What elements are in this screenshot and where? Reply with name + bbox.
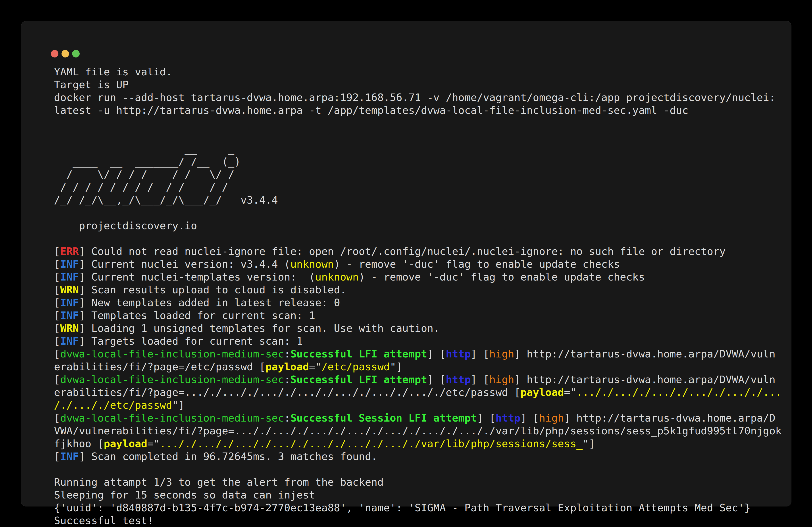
terminal-text-segment: ] Scan results upload to cloud is disabl… xyxy=(79,284,346,296)
terminal-text-segment: INF xyxy=(60,258,79,270)
terminal-text-segment: VWA/vulnerabilities/fi/?page=..././.../.… xyxy=(54,425,782,437)
terminal-text-segment: ] Targets loaded for current scan: 1 xyxy=(79,335,303,347)
terminal-text-segment: [ xyxy=(54,271,60,283)
terminal-text-segment: ] Loading 1 unsigned templates for scan.… xyxy=(79,322,439,334)
terminal-text-segment: dvwa-local-file-inclusion-medium-sec xyxy=(60,412,284,424)
terminal-text-segment: latest -u http://tartarus-dvwa.home.arpa… xyxy=(54,104,688,116)
terminal-line: projectdiscovery.io xyxy=(54,219,784,232)
terminal-text-segment: [ xyxy=(54,322,60,334)
terminal-text-segment: ] Scan completed in 96.72645ms. 3 matche… xyxy=(79,451,377,463)
terminal-text-segment: erabilities/fi/?page=..././..././..././.… xyxy=(54,387,520,398)
terminal-text-segment: "] xyxy=(583,438,595,450)
terminal-line: [dvwa-local-file-inclusion-medium-sec:Su… xyxy=(54,373,784,386)
close-button[interactable] xyxy=(51,50,58,58)
terminal-text-segment: =" xyxy=(309,361,321,373)
terminal-text-segment: ] Current nuclei version: v3.4.4 ( xyxy=(79,258,290,270)
terminal-text-segment: dvwa-local-file-inclusion-medium-sec xyxy=(60,348,284,360)
terminal-text-segment: Target is UP xyxy=(54,79,129,91)
terminal-line: [WRN] Loading 1 unsigned templates for s… xyxy=(54,322,784,335)
terminal-line: [INF] Templates loaded for current scan:… xyxy=(54,309,784,322)
terminal-text-segment: ] [ xyxy=(427,348,446,360)
terminal-text-segment: {'uuid': 'd840887d-b135-4f7c-b974-2770ec… xyxy=(54,502,751,514)
terminal-text-segment: Successful Session LFI attempt xyxy=(290,412,477,424)
terminal-text-segment: ..././..././..././..././..././... xyxy=(576,387,782,398)
terminal-text-segment: ) - remove '-duc' flag to enable update … xyxy=(334,258,620,270)
terminal-text-segment: ] Templates loaded for current scan: 1 xyxy=(79,310,315,321)
minimize-button[interactable] xyxy=(61,50,69,58)
terminal-text-segment: ] [ xyxy=(470,374,489,386)
terminal-output: YAML file is valid.Target is UPdocker ru… xyxy=(54,65,784,527)
terminal-line: YAML file is valid. xyxy=(54,65,784,78)
terminal-line: [WRN] Scan results upload to cloud is di… xyxy=(54,283,784,296)
terminal-line: VWA/vulnerabilities/fi/?page=..././.../.… xyxy=(54,424,784,437)
terminal-text-segment: Running attampt 1/3 to get the alert fro… xyxy=(54,476,384,488)
terminal-text-segment: docker run --add-host tartarus-dvwa.home… xyxy=(54,91,775,103)
terminal-text-segment: ____ __ _______/ /__ (_) xyxy=(54,156,241,168)
terminal-text-segment: / __ \/ / / / ___/ / _ \/ / xyxy=(54,168,234,180)
terminal-text-segment: dvwa-local-file-inclusion-medium-sec xyxy=(60,374,284,386)
terminal-line: {'uuid': 'd840887d-b135-4f7c-b974-2770ec… xyxy=(54,501,784,514)
terminal-line xyxy=(54,232,784,245)
terminal-line: [ERR] Could not read nuclei-ignore file:… xyxy=(54,245,784,258)
terminal-text-segment: http xyxy=(446,374,470,386)
terminal-text-segment: /_/ /_/\__,_/\___/_/\___/_/ v3.4.4 xyxy=(54,194,278,206)
terminal-line: / __ \/ / / / ___/ / _ \/ / xyxy=(54,168,784,181)
terminal-text-segment: http xyxy=(446,348,470,360)
zoom-button[interactable] xyxy=(72,50,79,58)
terminal-line: erabilities/fi/?page=..././..././..././.… xyxy=(54,386,784,399)
terminal-text-segment: [ xyxy=(54,412,60,424)
terminal-text-segment: [ xyxy=(54,258,60,270)
terminal-text-segment: ] [ xyxy=(520,412,539,424)
terminal-text-segment: [ xyxy=(54,451,60,463)
terminal-text-segment: unknown xyxy=(315,271,359,283)
terminal-text-segment: payload xyxy=(104,438,147,450)
terminal-text-segment: INF xyxy=(60,335,79,347)
terminal-line: Sleeping for 15 seconds so data can inje… xyxy=(54,488,784,501)
terminal-text-segment: ] New templates added in latest release:… xyxy=(79,297,340,308)
terminal-line: latest -u http://tartarus-dvwa.home.arpa… xyxy=(54,104,784,117)
terminal-line: / / / / /_/ / /__/ / __/ / xyxy=(54,181,784,194)
terminal-text-segment: "] xyxy=(390,361,402,373)
terminal-text-segment: high xyxy=(489,348,514,360)
terminal-text-segment: ] [ xyxy=(470,348,489,360)
terminal-text-segment: =" xyxy=(564,387,576,398)
terminal-text-segment: __ _ xyxy=(54,143,234,155)
window-controls xyxy=(51,50,79,58)
terminal-text-segment: ] Could not read nuclei-ignore file: ope… xyxy=(79,245,725,257)
terminal-line: [dvwa-local-file-inclusion-medium-sec:Su… xyxy=(54,347,784,360)
terminal-line: Target is UP xyxy=(54,78,784,91)
terminal-text-segment: payload xyxy=(520,387,564,398)
terminal-text-segment: ] [ xyxy=(477,412,495,424)
terminal-text-segment: /./..././etc/passwd xyxy=(54,399,172,411)
terminal-text-segment: erabilities/fi/?page=/etc/passwd [ xyxy=(54,361,265,373)
terminal-text-segment: ERR xyxy=(60,245,79,257)
terminal-line: erabilities/fi/?page=/etc/passwd [payloa… xyxy=(54,360,784,373)
terminal-text-segment: INF xyxy=(60,271,79,283)
terminal-text-segment: fjkhoo [ xyxy=(54,438,104,450)
terminal-text-segment: http xyxy=(496,412,520,424)
terminal-text-segment: : xyxy=(284,374,290,386)
terminal-text-segment: [ xyxy=(54,348,60,360)
terminal-text-segment: YAML file is valid. xyxy=(54,66,172,78)
terminal-text-segment: ) - remove '-duc' flag to enable update … xyxy=(359,271,645,283)
terminal-text-segment: Sleeping for 15 seconds so data can inje… xyxy=(54,489,315,501)
terminal-text-segment: Successful test! xyxy=(54,515,154,527)
terminal-text-segment: ..././..././..././..././..././..././.../… xyxy=(160,438,583,450)
terminal-text-segment: [ xyxy=(54,335,60,347)
terminal-line: [INF] Current nuclei-templates version: … xyxy=(54,271,784,283)
terminal-text-segment: INF xyxy=(60,297,79,308)
terminal-text-segment: high xyxy=(539,412,564,424)
terminal-text-segment: [ xyxy=(54,245,60,257)
terminal-text-segment: [ xyxy=(54,310,60,321)
terminal-text-segment: : xyxy=(284,412,290,424)
terminal-text-segment: [ xyxy=(54,374,60,386)
terminal-line: [INF] Targets loaded for current scan: 1 xyxy=(54,335,784,347)
terminal-text-segment: =" xyxy=(147,438,160,450)
terminal-line: ____ __ _______/ /__ (_) xyxy=(54,155,784,168)
terminal-text-segment: ] http://tartarus-dvwa.home.arpa/DVWA/vu… xyxy=(514,374,775,386)
terminal-text-segment: /etc/passwd xyxy=(321,361,390,373)
terminal-text-segment: Successful LFI attempt xyxy=(290,348,427,360)
terminal-titlebar xyxy=(21,21,791,43)
terminal-line xyxy=(54,130,784,142)
terminal-text-segment: WRN xyxy=(60,284,79,296)
